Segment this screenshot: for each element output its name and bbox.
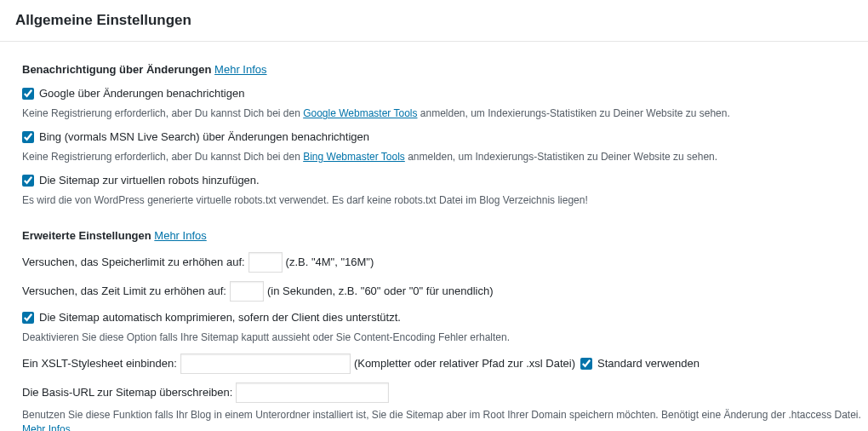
xslt-hint: (Kompletter oder relativer Pfad zur .xsl… (354, 356, 575, 371)
baseurl-label: Die Basis-URL zur Sitemap überschreiben: (22, 385, 232, 400)
bing-webmaster-link[interactable]: Bing Webmaster Tools (303, 151, 405, 163)
notify-bing-label[interactable]: Bing (vormals MSN Live Search) über Ände… (22, 129, 369, 145)
page-title: Allgemeine Einstellungen (0, 0, 868, 42)
notify-robots-desc: Es wird die von WordPress generierte vir… (22, 193, 868, 208)
baseurl-desc: Benutzen Sie diese Funktion falls Ihr Bl… (22, 408, 868, 431)
notify-robots-checkbox[interactable] (22, 175, 34, 187)
gzip-text: Die Sitemap automatisch komprimieren, so… (39, 310, 401, 325)
xslt-default-label[interactable]: Standard verwenden (580, 356, 700, 371)
advanced-header-text: Erweiterte Einstellungen (22, 229, 151, 242)
gzip-checkbox[interactable] (22, 312, 34, 324)
notify-bing-text: Bing (vormals MSN Live Search) über Ände… (39, 129, 369, 145)
time-input[interactable] (230, 281, 264, 302)
baseurl-more-link[interactable]: Mehr Infos (22, 423, 71, 431)
gzip-label[interactable]: Die Sitemap automatisch komprimieren, so… (22, 310, 401, 325)
xslt-label: Ein XSLT-Stylesheet einbinden: (22, 356, 177, 371)
notify-robots-label[interactable]: Die Sitemap zur virtuellen robots hinzuf… (22, 173, 260, 188)
xslt-input[interactable] (180, 353, 351, 374)
time-hint: (in Sekunden, z.B. "60" oder "0" für une… (267, 284, 494, 299)
xslt-default-checkbox[interactable] (580, 358, 592, 370)
notify-robots-text: Die Sitemap zur virtuellen robots hinzuf… (39, 173, 260, 188)
google-webmaster-link[interactable]: Google Webmaster Tools (303, 107, 417, 119)
gzip-desc: Deaktivieren Sie diese Option falls Ihre… (22, 330, 868, 345)
notify-more-link[interactable]: Mehr Infos (214, 63, 266, 76)
xslt-default-text: Standard verwenden (597, 356, 700, 371)
advanced-header: Erweiterte Einstellungen Mehr Infos (22, 228, 868, 244)
advanced-more-link[interactable]: Mehr Infos (154, 229, 206, 242)
notify-google-label[interactable]: Google über Änderungen benachrichtigen (22, 86, 244, 101)
notify-header-text: Benachrichtigung über Änderungen (22, 63, 211, 76)
notify-google-text: Google über Änderungen benachrichtigen (39, 86, 244, 101)
mem-label: Versuchen, das Speicherlimit zu erhöhen … (22, 255, 245, 270)
notify-header: Benachrichtigung über Änderungen Mehr In… (22, 62, 868, 78)
notify-google-desc: Keine Registrierung erforderlich, aber D… (22, 106, 868, 121)
notify-bing-checkbox[interactable] (22, 131, 34, 143)
time-label: Versuchen, das Zeit Limit zu erhöhen auf… (22, 284, 226, 299)
baseurl-input[interactable] (236, 382, 389, 403)
mem-hint: (z.B. "4M", "16M") (286, 255, 374, 270)
notify-google-checkbox[interactable] (22, 88, 34, 100)
mem-input[interactable] (248, 252, 283, 273)
notify-bing-desc: Keine Registrierung erforderlich, aber D… (22, 150, 868, 164)
